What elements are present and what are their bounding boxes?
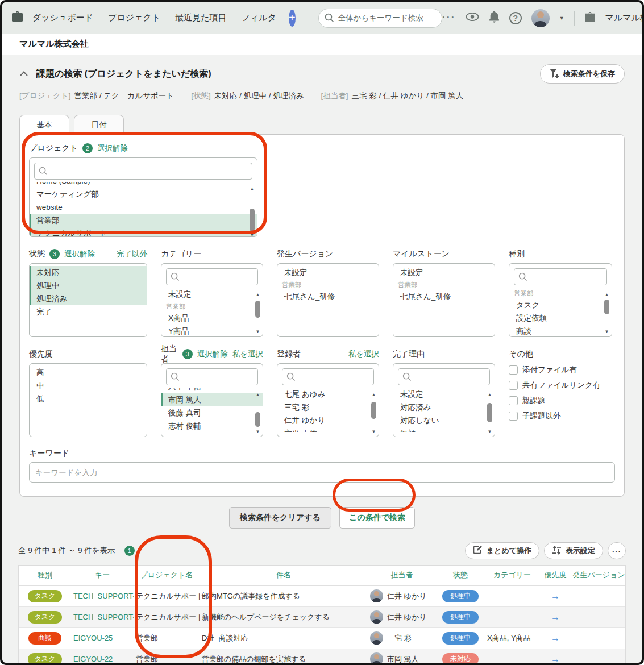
status-clear-link[interactable]: 選択解除 (64, 249, 95, 259)
search-submit-button[interactable]: この条件で検索 (339, 507, 415, 529)
list-item[interactable]: 未設定 (277, 266, 379, 279)
more-menu-icon[interactable]: ··· (442, 12, 456, 24)
project-search-input[interactable] (34, 163, 252, 180)
scroll-down-icon[interactable]: ▼ (256, 328, 260, 335)
list-item-selected[interactable]: 市岡 篤人 (161, 393, 263, 406)
list-item[interactable]: 完了 (30, 305, 147, 318)
issue-key-link[interactable]: EIGYOU-25 (73, 634, 113, 642)
table-row[interactable]: 商談 EIGYOU-25 営業部 D社_商談対応 三宅 彩 処理中 X商品, Y… (19, 627, 626, 649)
user-avatar[interactable] (531, 9, 550, 27)
tab-date[interactable]: 日付 (74, 115, 124, 134)
org-name[interactable]: マルマル株式会社 (605, 13, 644, 23)
col-subject[interactable]: 件名 (200, 566, 368, 585)
list-item[interactable]: 未設定 (161, 288, 263, 301)
creator-search-input[interactable] (282, 368, 374, 385)
col-category[interactable]: カテゴリー (485, 566, 539, 585)
tab-basic[interactable]: 基本 (19, 115, 69, 135)
list-item[interactable]: 中 (30, 379, 147, 392)
table-row[interactable]: タスク TECH_SUPPORT-1 テクニカルサポート 新機能のヘルプページを… (19, 606, 626, 627)
issue-key-link[interactable]: EIGYOU-22 (73, 655, 113, 663)
checkbox-exclude-child[interactable]: 子課題以外 (509, 411, 612, 421)
assignee-clear-link[interactable]: 選択解除 (197, 349, 228, 359)
list-item[interactable]: Y商品 (161, 325, 263, 337)
scroll-thumb[interactable] (371, 402, 376, 419)
checkbox-icon[interactable] (509, 412, 518, 421)
nav-projects[interactable]: プロジェクト (108, 13, 160, 23)
scroll-thumb[interactable] (487, 403, 492, 422)
scroll-thumb[interactable] (255, 301, 260, 318)
nav-recent[interactable]: 最近見た項目 (175, 13, 226, 23)
chevron-down-icon[interactable]: ▼ (559, 15, 564, 21)
list-item[interactable]: 後藤 真司 (161, 406, 263, 419)
assignee-search-input[interactable] (166, 368, 258, 385)
list-item[interactable]: 対応しない (393, 414, 495, 427)
checkbox-parent-issue[interactable]: 親課題 (509, 396, 612, 406)
save-conditions-button[interactable]: 検索条件を保存 (540, 64, 625, 84)
list-item[interactable]: Home (Sample) (30, 182, 257, 188)
col-type[interactable]: 種別 (19, 566, 71, 585)
list-item[interactable]: 未設定 (393, 266, 495, 279)
list-item[interactable]: X商品 (161, 311, 263, 325)
list-item-selected[interactable]: 処理済み (30, 292, 147, 305)
list-item-selected[interactable]: 処理中 (30, 279, 147, 292)
checkbox-icon[interactable] (509, 381, 518, 390)
checkbox-icon[interactable] (509, 365, 518, 375)
col-status[interactable]: 状態 (436, 566, 485, 585)
assignee-select-me-link[interactable]: 私を選択 (232, 349, 263, 359)
display-settings-button[interactable]: 表示設定 (544, 542, 603, 559)
issue-key-link[interactable]: TECH_SUPPORT-1 (73, 613, 134, 621)
scrollbar[interactable]: ▲ ▼ (254, 291, 261, 335)
page-number-badge[interactable]: 1 (124, 546, 135, 556)
table-row[interactable]: タスク TECH_SUPPORT-2 テクニカルサポート 部内MTGの議事録を作… (19, 585, 626, 606)
scroll-up-icon[interactable]: ▲ (605, 291, 609, 298)
col-version[interactable]: 発生バージョン (571, 566, 626, 585)
col-key[interactable]: キー (71, 566, 134, 585)
list-item[interactable]: タスク (509, 298, 612, 311)
col-assignee[interactable]: 担当者 (368, 566, 436, 585)
scroll-up-icon[interactable]: ▲ (256, 391, 260, 398)
creator-select-me-link[interactable]: 私を選択 (348, 349, 379, 359)
issue-type-search-input[interactable] (514, 268, 607, 285)
list-item[interactable]: 商談 (509, 325, 612, 337)
scroll-thumb[interactable] (604, 300, 609, 314)
briefcase-icon[interactable] (11, 11, 23, 24)
scrollbar[interactable]: ▲ ▼ (486, 391, 493, 435)
add-button[interactable]: + (289, 10, 296, 27)
list-item[interactable]: 七尾さん_研修 (393, 290, 495, 303)
org-briefcase-icon[interactable] (584, 12, 596, 24)
scroll-thumb[interactable] (250, 209, 255, 231)
collapse-chevron-icon[interactable] (19, 69, 28, 79)
subject-link[interactable]: 営業部の備品の棚卸を実施する (202, 655, 306, 663)
help-icon[interactable]: ? (509, 12, 522, 24)
list-item-selected[interactable]: テクニカルサポート (30, 227, 257, 237)
scroll-down-icon[interactable]: ▼ (250, 231, 255, 237)
col-priority[interactable]: 優先度 (539, 566, 571, 585)
scroll-down-icon[interactable]: ▼ (372, 428, 376, 435)
list-item[interactable]: 高 (30, 366, 147, 379)
bulk-edit-button[interactable]: まとめて操作 (465, 542, 539, 559)
list-item[interactable]: 未設定 (393, 388, 495, 401)
scrollbar[interactable]: ▲ ▼ (254, 391, 261, 435)
scroll-up-icon[interactable]: ▲ (372, 391, 376, 398)
table-row[interactable]: タスク EIGYOU-22 営業部 営業部の備品の棚卸を実施する 市岡 篤人 未… (19, 649, 626, 665)
list-item[interactable]: 六平 圭佑 (161, 388, 263, 393)
scrollbar[interactable]: ▲ ▼ (603, 291, 610, 335)
issue-key-link[interactable]: TECH_SUPPORT-2 (73, 592, 134, 600)
checkbox-icon[interactable] (509, 396, 518, 405)
list-item-selected[interactable]: 未対応 (30, 266, 147, 279)
scroll-down-icon[interactable]: ▼ (256, 428, 260, 435)
category-search-input[interactable] (166, 268, 258, 285)
resolution-search-input[interactable] (398, 368, 490, 385)
checkbox-shared-link[interactable]: 共有ファイルリンク有 (509, 380, 612, 390)
nav-dashboard[interactable]: ダッシュボード (32, 13, 93, 23)
project-clear-link[interactable]: 選択解除 (97, 143, 128, 153)
list-item[interactable]: 仁井 ゆかり (277, 414, 379, 427)
scrollbar[interactable]: ▲ ▼ (370, 391, 377, 435)
list-item[interactable]: 設定依頼 (509, 311, 612, 325)
subject-link[interactable]: D社_商談対応 (202, 634, 248, 642)
list-item[interactable]: 七尾 あゆみ (277, 388, 379, 401)
clear-conditions-button[interactable]: 検索条件をクリアする (229, 507, 331, 529)
scrollbar[interactable]: ▲ ▼ (248, 185, 256, 235)
list-item[interactable]: 無効 (393, 427, 495, 432)
list-item[interactable]: マーケティング部 (30, 188, 257, 201)
